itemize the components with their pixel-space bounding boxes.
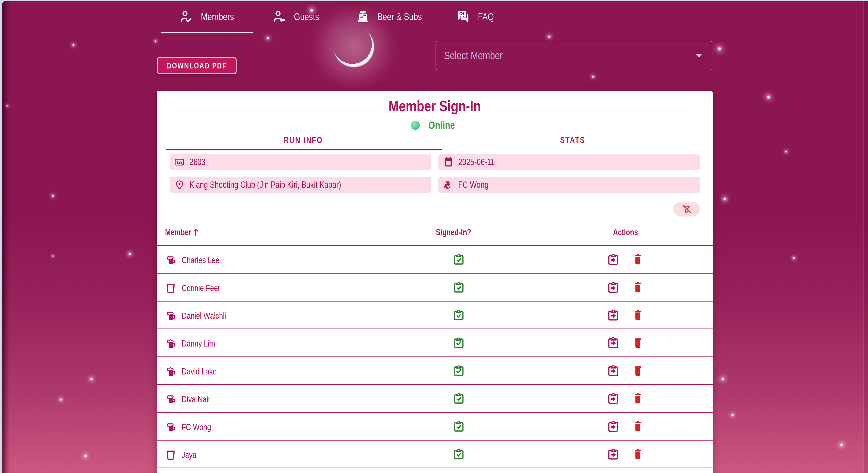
svg-text:?!: ?! xyxy=(459,11,464,18)
svg-text:3: 3 xyxy=(181,161,183,165)
svg-text:12: 12 xyxy=(177,160,181,164)
